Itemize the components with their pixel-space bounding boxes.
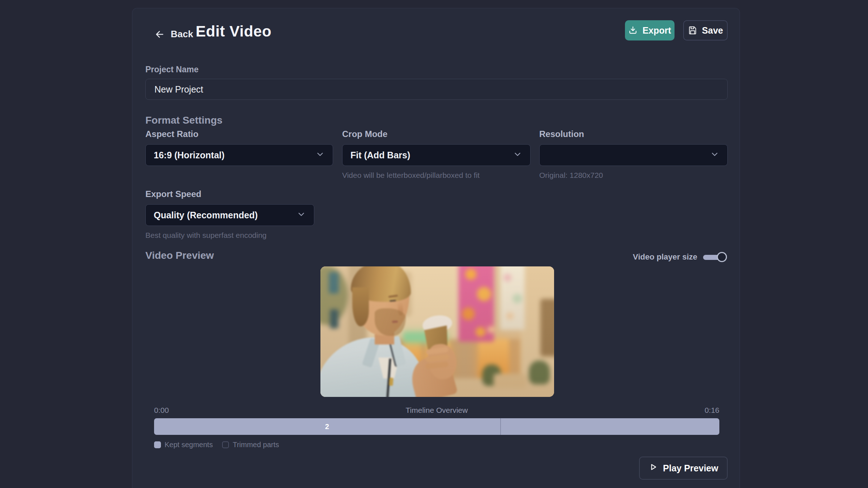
back-button[interactable]: Back: [155, 29, 193, 40]
aspect-ratio-value: 16:9 (Horizontal): [154, 150, 225, 160]
player-size-label: Video player size: [633, 252, 697, 262]
trimmed-parts-swatch: [222, 441, 229, 448]
chevron-down-icon: [297, 210, 306, 221]
back-label: Back: [171, 29, 193, 40]
timeline-title: Timeline Overview: [406, 406, 468, 415]
export-speed-value: Quality (Recommended): [154, 210, 258, 221]
video-preview-frame[interactable]: [320, 266, 554, 397]
download-icon: [628, 26, 638, 35]
project-name-label: Project Name: [145, 65, 199, 74]
timeline-segment[interactable]: [500, 418, 719, 435]
player-size-control: Video player size: [633, 250, 727, 264]
save-label: Save: [702, 25, 723, 36]
export-speed-helper: Best quality with superfast encoding: [145, 231, 314, 240]
aspect-ratio-field: Aspect Ratio 16:9 (Horizontal): [145, 129, 333, 166]
kept-segments-label: Kept segments: [165, 441, 213, 449]
play-preview-button[interactable]: Play Preview: [639, 457, 728, 480]
slider-knob[interactable]: [717, 252, 727, 262]
timeline-segment[interactable]: 2: [154, 418, 500, 435]
floppy-disk-icon: [688, 26, 697, 35]
resolution-helper: Original: 1280x720: [539, 171, 728, 180]
timeline-bar[interactable]: 2: [154, 418, 719, 435]
export-speed-label: Export Speed: [145, 189, 314, 199]
resolution-field: Resolution Original: 1280x720: [539, 129, 728, 180]
trimmed-parts-label: Trimmed parts: [233, 441, 279, 449]
save-button[interactable]: Save: [683, 20, 728, 40]
crop-mode-label: Crop Mode: [342, 129, 531, 139]
export-speed-select[interactable]: Quality (Recommended): [145, 204, 314, 226]
player-size-slider[interactable]: [703, 252, 727, 262]
resolution-label: Resolution: [539, 129, 728, 139]
format-settings-title: Format Settings: [145, 115, 222, 126]
timeline-start-time: 0:00: [154, 406, 169, 415]
arrow-left-icon: [155, 29, 165, 39]
chevron-down-icon: [315, 150, 325, 160]
video-preview-title: Video Preview: [145, 250, 214, 261]
export-button[interactable]: Export: [625, 20, 675, 40]
project-name-input[interactable]: [145, 79, 728, 100]
page-background: Back Edit Video Export Save Project Name…: [0, 0, 868, 488]
play-icon: [648, 462, 658, 474]
kept-segments-swatch: [154, 441, 161, 448]
export-speed-field: Export Speed Quality (Recommended) Best …: [145, 189, 314, 240]
crop-mode-value: Fit (Add Bars): [350, 150, 410, 160]
aspect-ratio-label: Aspect Ratio: [145, 129, 333, 139]
edit-video-panel: Back Edit Video Export Save Project Name…: [132, 8, 740, 488]
page-title: Edit Video: [196, 23, 272, 40]
legend-trimmed: Trimmed parts: [222, 441, 279, 449]
chevron-down-icon: [710, 150, 719, 160]
play-preview-label: Play Preview: [663, 463, 718, 474]
aspect-ratio-select[interactable]: 16:9 (Horizontal): [145, 144, 333, 166]
crop-mode-field: Crop Mode Fit (Add Bars) Video will be l…: [342, 129, 531, 180]
timeline-end-time: 0:16: [705, 406, 719, 415]
legend-kept: Kept segments: [154, 441, 213, 449]
timeline-legend: Kept segments Trimmed parts: [154, 441, 279, 449]
resolution-select[interactable]: [539, 144, 728, 166]
export-label: Export: [642, 25, 671, 36]
timeline-labels: 0:00 Timeline Overview 0:16: [154, 406, 719, 415]
crop-mode-helper: Video will be letterboxed/pillarboxed to…: [342, 171, 531, 180]
chevron-down-icon: [513, 150, 522, 160]
crop-mode-select[interactable]: Fit (Add Bars): [342, 144, 531, 166]
